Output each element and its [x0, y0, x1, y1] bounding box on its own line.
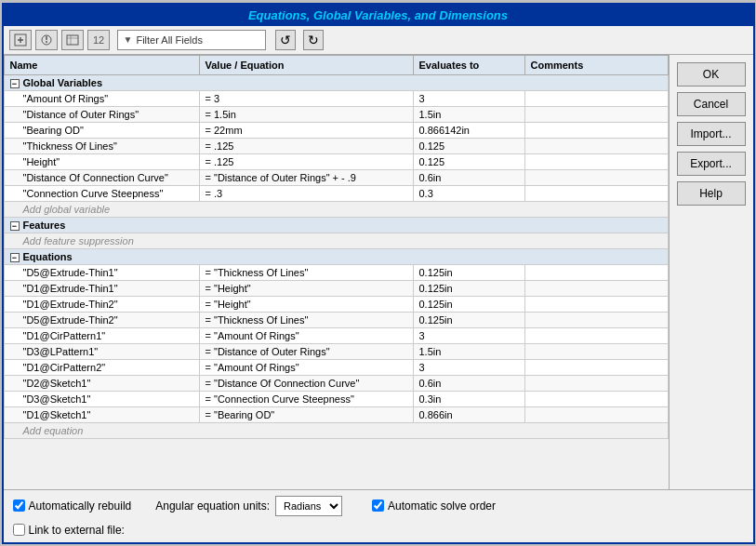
- cell-evaluates: 0.125in: [413, 296, 524, 312]
- link-external-checkbox[interactable]: [13, 524, 25, 536]
- cell-value: = 3: [199, 90, 413, 106]
- cell-value: = "Connection Curve Steepness": [199, 391, 413, 406]
- cell-evaluates: 1.5in: [413, 343, 524, 359]
- undo-button[interactable]: ↺: [275, 30, 296, 50]
- cell-name: "D3@LPattern1": [4, 343, 199, 359]
- angular-units-select[interactable]: Radians Degrees: [275, 496, 342, 516]
- toolbar-btn-4[interactable]: 12: [87, 30, 110, 50]
- collapse-icon[interactable]: −: [10, 221, 20, 231]
- cell-name: "Distance Of Connection Curve": [4, 169, 199, 185]
- section-header-row: −Global Variables: [4, 74, 668, 90]
- table-row[interactable]: "D1@CirPattern2" = "Amount Of Rings" 3: [4, 359, 668, 375]
- redo-button[interactable]: ↻: [303, 30, 324, 50]
- cell-name: "D2@Sketch1": [4, 375, 199, 391]
- cell-value: = 1.5in: [199, 106, 413, 122]
- bottom-row2: Link to external file:: [4, 522, 753, 542]
- cell-evaluates: 0.125: [413, 153, 524, 169]
- cell-name: "D5@Extrude-Thin1": [4, 264, 199, 280]
- cell-value: = "Thickness Of Lines": [199, 312, 413, 327]
- export-button[interactable]: Export...: [677, 152, 746, 176]
- toolbar-btn-3[interactable]: [61, 30, 84, 50]
- cell-evaluates: 1.5in: [413, 106, 524, 122]
- cell-comments: [524, 185, 668, 201]
- cell-evaluates: 0.125in: [413, 264, 524, 280]
- table-row[interactable]: "Distance Of Connection Curve" = "Distan…: [4, 169, 668, 185]
- cell-value: = 22mm: [199, 122, 413, 138]
- cell-evaluates: 3: [413, 359, 524, 375]
- link-external-label: Link to external file:: [29, 524, 125, 537]
- title-bar: Equations, Global Variables, and Dimensi…: [4, 5, 753, 26]
- table-row[interactable]: "D1@Sketch1" = "Bearing OD" 0.866in: [4, 406, 668, 422]
- table-row[interactable]: "Height" = .125 0.125: [4, 153, 668, 169]
- cell-comments: [524, 406, 668, 422]
- cell-name: "D1@Sketch1": [4, 406, 199, 422]
- table-row[interactable]: "D1@Extrude-Thin2" = "Height" 0.125in: [4, 296, 668, 312]
- table-row[interactable]: "D3@Sketch1" = "Connection Curve Steepne…: [4, 391, 668, 406]
- cell-value: = "Amount Of Rings": [199, 327, 413, 343]
- toolbar-btn-2[interactable]: [35, 30, 58, 50]
- table-row[interactable]: "D5@Extrude-Thin1" = "Thickness Of Lines…: [4, 264, 668, 280]
- auto-solve-label: Automatic solve order: [388, 499, 496, 513]
- ok-button[interactable]: OK: [677, 62, 746, 87]
- cell-name: "D3@Sketch1": [4, 391, 199, 406]
- sidebar: OK Cancel Import... Export... Help: [670, 55, 753, 489]
- cell-value: = "Height": [199, 296, 413, 312]
- col-header-evaluates: Evaluates to: [413, 55, 524, 74]
- cancel-button[interactable]: Cancel: [677, 92, 746, 116]
- svg-rect-6: [67, 35, 78, 45]
- cell-comments: [524, 264, 668, 280]
- auto-solve-checkbox[interactable]: [372, 499, 384, 512]
- cell-name: "Distance of Outer Rings": [4, 106, 199, 122]
- angular-units-group: Angular equation units: Radians Degrees: [155, 496, 342, 516]
- auto-rebuild-label: Automatically rebuild: [29, 499, 132, 513]
- cell-name: "Amount Of Rings": [4, 90, 199, 106]
- filter-box: ▼ Filter All Fields: [117, 30, 266, 50]
- table-row[interactable]: "D2@Sketch1" = "Distance Of Connection C…: [4, 375, 668, 391]
- cell-name: "D1@CirPattern1": [4, 327, 199, 343]
- cell-comments: [524, 169, 668, 185]
- cell-evaluates: 0.3: [413, 185, 524, 201]
- table-row[interactable]: "Distance of Outer Rings" = 1.5in 1.5in: [4, 106, 668, 122]
- cell-name: "Connection Curve Steepness": [4, 185, 199, 201]
- bottom-bar: Automatically rebuild Angular equation u…: [4, 489, 753, 522]
- filter-label: Filter All Fields: [136, 34, 259, 46]
- auto-rebuild-checkbox[interactable]: [13, 499, 25, 512]
- toolbar-btn-1[interactable]: [9, 30, 32, 50]
- table-row[interactable]: "Connection Curve Steepness" = .3 0.3: [4, 185, 668, 201]
- cell-name: "Thickness Of Lines": [4, 138, 199, 153]
- table-row[interactable]: "D1@Extrude-Thin1" = "Height" 0.125in: [4, 280, 668, 296]
- col-header-comments: Comments: [524, 55, 668, 74]
- cell-evaluates: 0.866142in: [413, 122, 524, 138]
- table-row[interactable]: "D1@CirPattern1" = "Amount Of Rings" 3: [4, 327, 668, 343]
- collapse-icon[interactable]: −: [10, 253, 20, 262]
- cell-comments: [524, 327, 668, 343]
- dialog-window: Equations, Global Variables, and Dimensi…: [2, 3, 755, 544]
- cell-value: = "Distance of Outer Rings": [199, 343, 413, 359]
- main-content: Name Value / Equation Evaluates to Comme…: [4, 55, 753, 489]
- collapse-icon[interactable]: −: [10, 79, 20, 88]
- cell-value: = "Distance of Outer Rings" + - .9: [199, 169, 413, 185]
- cell-comments: [524, 138, 668, 153]
- table-row[interactable]: "D5@Extrude-Thin2" = "Thickness Of Lines…: [4, 312, 668, 327]
- table-row[interactable]: "Amount Of Rings" = 3 3: [4, 90, 668, 106]
- cell-evaluates: 0.125in: [413, 280, 524, 296]
- cell-value: = "Height": [199, 280, 413, 296]
- add-row[interactable]: Add equation: [4, 422, 668, 438]
- table-row[interactable]: "Thickness Of Lines" = .125 0.125: [4, 138, 668, 153]
- add-row[interactable]: Add feature suppression: [4, 233, 668, 248]
- cell-value: = "Thickness Of Lines": [199, 264, 413, 280]
- add-row[interactable]: Add global variable: [4, 201, 668, 217]
- cell-evaluates: 0.3in: [413, 391, 524, 406]
- cell-comments: [524, 106, 668, 122]
- help-button[interactable]: Help: [677, 181, 746, 206]
- cell-comments: [524, 391, 668, 406]
- svg-text:12: 12: [93, 34, 104, 46]
- import-button[interactable]: Import...: [677, 122, 746, 146]
- section-header-row: −Features: [4, 217, 668, 233]
- cell-evaluates: 3: [413, 327, 524, 343]
- table-row[interactable]: "Bearing OD" = 22mm 0.866142in: [4, 122, 668, 138]
- table-row[interactable]: "D3@LPattern1" = "Distance of Outer Ring…: [4, 343, 668, 359]
- cell-value: = .125: [199, 138, 413, 153]
- angular-units-label: Angular equation units:: [155, 499, 270, 513]
- cell-value: = "Amount Of Rings": [199, 359, 413, 375]
